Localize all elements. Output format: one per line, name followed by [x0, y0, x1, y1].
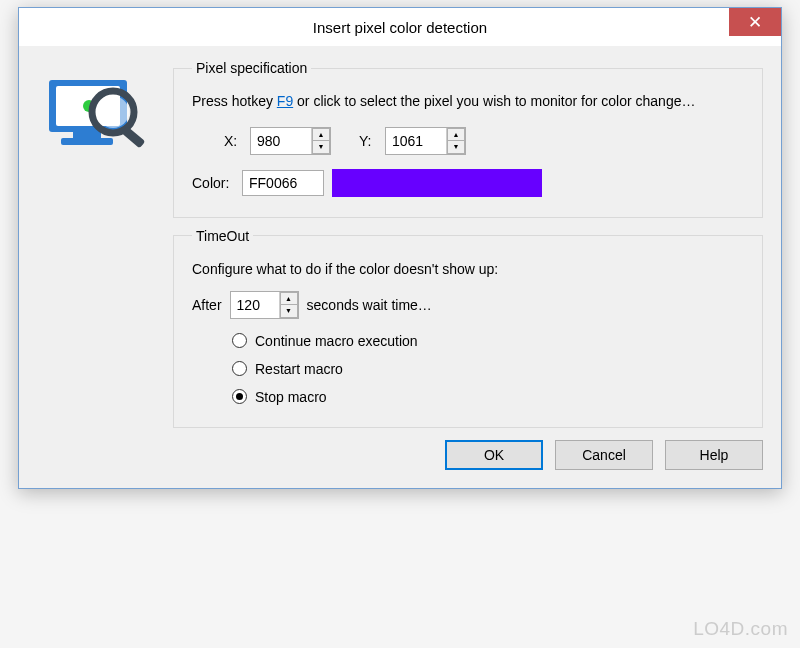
dialog-window: Insert pixel color detection ✕ — [18, 7, 782, 489]
close-icon: ✕ — [748, 12, 762, 33]
radio-stop[interactable]: Stop macro — [232, 389, 744, 405]
svg-rect-7 — [121, 126, 145, 148]
radio-icon — [232, 389, 247, 404]
monitor-magnifier-icon — [43, 66, 169, 166]
color-swatch[interactable] — [332, 169, 542, 197]
pixel-spec-legend: Pixel specification — [192, 60, 311, 76]
radio-continue[interactable]: Continue macro execution — [232, 333, 744, 349]
close-button[interactable]: ✕ — [729, 8, 781, 36]
y-spinner: ▲ ▼ — [385, 127, 466, 155]
x-label: X: — [224, 133, 242, 149]
after-spinner: ▲ ▼ — [230, 291, 299, 319]
watermark: LO4D.com — [693, 618, 788, 640]
icon-column — [37, 60, 169, 470]
titlebar[interactable]: Insert pixel color detection ✕ — [19, 8, 781, 46]
xy-row: X: ▲ ▼ Y: ▲ ▼ — [192, 127, 744, 155]
color-label: Color: — [192, 175, 234, 191]
after-spin-down[interactable]: ▼ — [280, 305, 298, 318]
color-input[interactable] — [242, 170, 324, 196]
radio-restart[interactable]: Restart macro — [232, 361, 744, 377]
svg-rect-2 — [73, 132, 101, 138]
timeout-legend: TimeOut — [192, 228, 253, 244]
client-area: Pixel specification Press hotkey F9 or c… — [19, 46, 781, 488]
svg-point-6 — [97, 96, 129, 128]
radio-icon — [232, 333, 247, 348]
radio-label-restart: Restart macro — [255, 361, 343, 377]
timeout-options: Continue macro execution Restart macro S… — [232, 333, 744, 405]
after-label: After — [192, 297, 222, 313]
timeout-instruction: Configure what to do if the color doesn'… — [192, 260, 744, 279]
form-column: Pixel specification Press hotkey F9 or c… — [173, 60, 763, 470]
button-row: OK Cancel Help — [173, 440, 763, 470]
y-input[interactable] — [386, 128, 446, 154]
color-row: Color: — [192, 169, 744, 197]
cancel-button[interactable]: Cancel — [555, 440, 653, 470]
y-spin-up[interactable]: ▲ — [447, 128, 465, 141]
ok-button[interactable]: OK — [445, 440, 543, 470]
radio-icon — [232, 361, 247, 376]
svg-rect-3 — [61, 138, 113, 145]
after-suffix: seconds wait time… — [307, 297, 432, 313]
pixel-spec-instruction: Press hotkey F9 or click to select the p… — [192, 92, 744, 111]
radio-label-continue: Continue macro execution — [255, 333, 418, 349]
help-button[interactable]: Help — [665, 440, 763, 470]
window-title: Insert pixel color detection — [313, 19, 487, 36]
after-spin-up[interactable]: ▲ — [280, 292, 298, 305]
x-spin-down[interactable]: ▼ — [312, 141, 330, 154]
y-label: Y: — [359, 133, 377, 149]
hotkey-link[interactable]: F9 — [277, 93, 293, 109]
x-spinner: ▲ ▼ — [250, 127, 331, 155]
after-row: After ▲ ▼ seconds wait time… — [192, 291, 744, 319]
pixel-spec-group: Pixel specification Press hotkey F9 or c… — [173, 60, 763, 218]
x-input[interactable] — [251, 128, 311, 154]
x-spin-up[interactable]: ▲ — [312, 128, 330, 141]
after-input[interactable] — [231, 292, 279, 318]
timeout-group: TimeOut Configure what to do if the colo… — [173, 228, 763, 428]
y-spin-down[interactable]: ▼ — [447, 141, 465, 154]
radio-label-stop: Stop macro — [255, 389, 327, 405]
